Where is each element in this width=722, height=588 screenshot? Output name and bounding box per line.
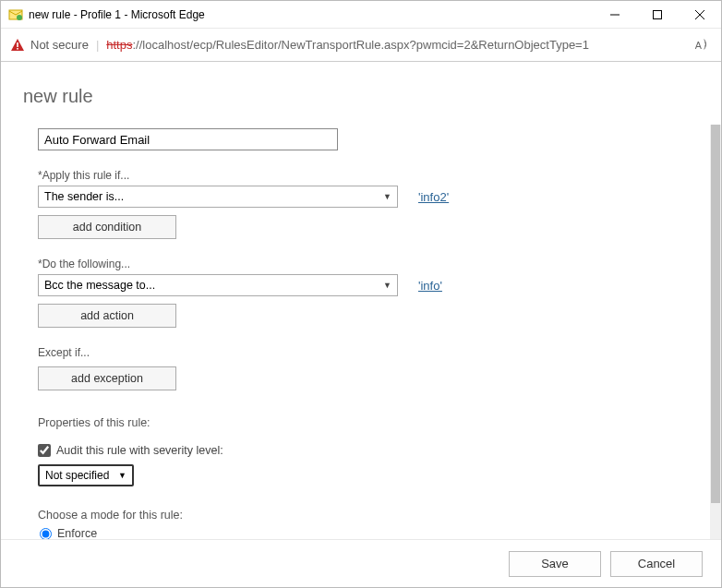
url-path: ://localhost/ecp/RulesEditor/NewTranspor…: [132, 38, 588, 52]
apply-if-label: *Apply this rule if...: [38, 169, 688, 182]
window-title: new rule - Profile 1 - Microsoft Edge: [29, 8, 594, 21]
url-display[interactable]: https://localhost/ecp/RulesEditor/NewTra…: [106, 38, 686, 52]
add-condition-button[interactable]: add condition: [38, 215, 176, 239]
not-secure-text: Not secure: [30, 38, 89, 52]
rule-name-input[interactable]: [38, 128, 338, 150]
window-controls: [594, 1, 721, 28]
mode-label: Choose a mode for this rule:: [38, 509, 688, 522]
do-following-value: Bcc the message to...: [44, 279, 155, 292]
chevron-down-icon: ▼: [383, 192, 391, 201]
svg-text:A: A: [695, 39, 703, 50]
mode-enforce-radio[interactable]: [40, 528, 52, 540]
svg-rect-7: [17, 48, 18, 50]
mode-enforce-row[interactable]: Enforce: [40, 527, 688, 539]
window-titlebar: new rule - Profile 1 - Microsoft Edge: [1, 1, 721, 29]
address-separator: |: [96, 38, 99, 52]
do-following-link[interactable]: 'info': [418, 279, 442, 293]
not-secure-indicator[interactable]: Not secure: [10, 38, 89, 53]
apply-if-dropdown[interactable]: The sender is... ▼: [38, 186, 398, 208]
app-icon: [8, 7, 23, 22]
audit-label: Audit this rule with severity level:: [56, 444, 223, 457]
address-bar: Not secure | https://localhost/ecp/Rules…: [1, 29, 721, 62]
scrollbar-track[interactable]: [710, 125, 721, 539]
apply-if-link[interactable]: 'info2': [418, 190, 449, 204]
save-button[interactable]: Save: [509, 551, 601, 577]
add-exception-button[interactable]: add exception: [38, 366, 176, 390]
cancel-button[interactable]: Cancel: [610, 551, 703, 577]
read-aloud-icon[interactable]: A: [693, 36, 712, 54]
chevron-down-icon: ▼: [383, 281, 391, 290]
close-button[interactable]: [679, 1, 721, 28]
url-scheme: https: [106, 38, 132, 52]
form-scroll-region: *Apply this rule if... The sender is... …: [1, 125, 710, 539]
do-following-label: *Do the following...: [38, 258, 688, 270]
chevron-down-icon: ▼: [118, 471, 126, 480]
add-action-button[interactable]: add action: [38, 304, 176, 328]
svg-rect-3: [654, 10, 662, 18]
minimize-button[interactable]: [594, 1, 636, 28]
svg-point-1: [17, 15, 22, 20]
warning-icon: [10, 38, 25, 53]
audit-checkbox[interactable]: [38, 444, 51, 457]
severity-value: Not specified: [45, 469, 109, 482]
page-title: new rule: [1, 62, 721, 126]
scrollbar-thumb[interactable]: [711, 125, 720, 503]
dialog-footer: Save Cancel: [1, 539, 721, 587]
content-area: new rule *Apply this rule if... The send…: [1, 62, 721, 587]
do-following-dropdown[interactable]: Bcc the message to... ▼: [38, 274, 398, 296]
severity-dropdown[interactable]: Not specified ▼: [38, 464, 134, 486]
apply-if-value: The sender is...: [44, 190, 124, 203]
maximize-button[interactable]: [636, 1, 679, 28]
except-if-label: Except if...: [38, 346, 688, 359]
mode-enforce-label: Enforce: [57, 527, 97, 539]
audit-checkbox-row[interactable]: Audit this rule with severity level:: [38, 444, 688, 457]
svg-rect-6: [17, 42, 18, 47]
properties-label: Properties of this rule:: [38, 416, 688, 429]
